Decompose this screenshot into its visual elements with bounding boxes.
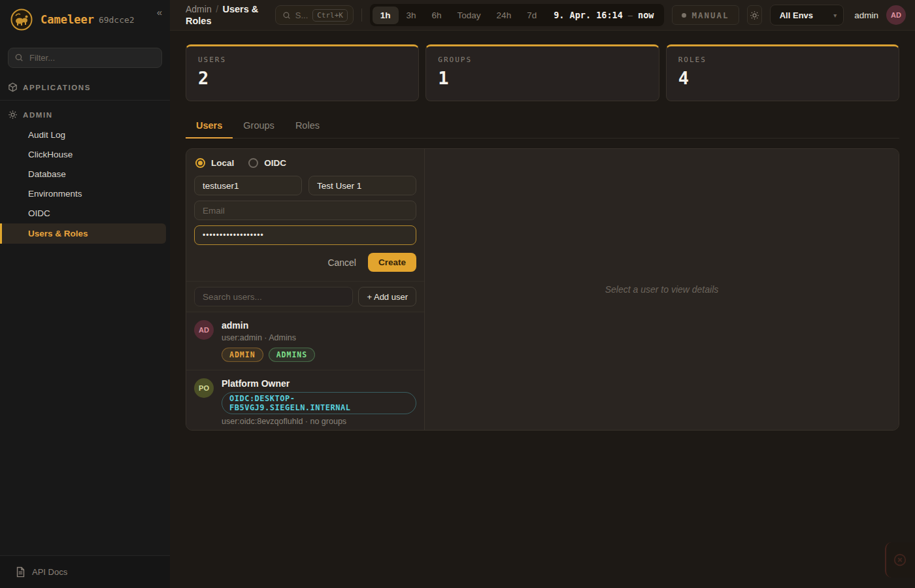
tab-bar: Users Groups Roles [186, 114, 899, 139]
radio-oidc[interactable]: OIDC [248, 158, 286, 168]
manual-label: MANUAL [691, 10, 729, 20]
gear-icon [8, 110, 18, 120]
env-selector[interactable]: All Envs ▾ [770, 5, 844, 25]
api-docs-label: API Docs [32, 567, 67, 577]
user-list-item-platform-owner[interactable]: PO Platform Owner OIDC:DESKTOP-FB5VGJ9.S… [186, 370, 424, 431]
tab-users[interactable]: Users [186, 114, 233, 138]
user-name: admin [222, 320, 416, 331]
username-field[interactable] [194, 176, 302, 195]
sidebar-item-clickhouse[interactable]: ClickHouse [0, 145, 170, 164]
user-meta: user:admin · Admins [222, 333, 416, 342]
sun-icon [750, 10, 759, 20]
section-applications[interactable]: APPLICATIONS [0, 77, 170, 97]
sidebar-item-audit-log[interactable]: Audit Log [0, 125, 170, 144]
create-button[interactable]: Create [368, 253, 416, 272]
document-icon [16, 566, 25, 578]
user-list-column: Local OIDC Cancel [186, 149, 425, 430]
stat-card-users: USERS 2 [186, 44, 419, 101]
search-shortcut: Ctrl+K [312, 9, 348, 22]
time-range-6h[interactable]: 6h [424, 7, 450, 24]
display-name-field[interactable] [308, 176, 416, 195]
sidebar-item-database[interactable]: Database [0, 165, 170, 184]
manual-refresh-button[interactable]: MANUAL [672, 5, 739, 25]
stat-value: 2 [198, 68, 407, 88]
topbar: Admin / Users & Roles S... Ctrl+K 1h 3h … [170, 0, 915, 31]
radio-selected-icon [195, 158, 205, 168]
sidebar-item-environments[interactable]: Environments [0, 184, 170, 203]
empty-state-text: Select a user to view details [605, 284, 719, 295]
user-avatar[interactable]: AD [886, 5, 906, 25]
oidc-issuer-badge: OIDC:DESKTOP-FB5VGJ9.SIEGELN.INTERNAL [222, 392, 416, 414]
sidebar-item-users-roles[interactable]: Users & Roles [0, 223, 166, 244]
env-selector-value: All Envs [780, 10, 813, 20]
collapse-sidebar-icon[interactable]: « [157, 7, 162, 18]
breadcrumb-parent[interactable]: Admin [186, 4, 212, 14]
global-search[interactable]: S... Ctrl+K [275, 5, 354, 25]
section-label: ADMIN [23, 111, 53, 119]
time-range-1h[interactable]: 1h [373, 7, 399, 24]
tab-groups[interactable]: Groups [233, 114, 285, 138]
add-user-button[interactable]: + Add user [358, 287, 416, 306]
sidebar-filter [8, 48, 162, 68]
time-from-value[interactable]: 9. Apr. 16:14 [544, 10, 628, 20]
time-range-group: 1h 3h 6h Today 24h 7d 9. Apr. 16:14 – no… [370, 4, 665, 26]
stat-card-groups: GROUPS 1 [425, 44, 659, 101]
sidebar-header: Cameleer 69dcce2 « [0, 0, 170, 37]
email-field[interactable] [194, 201, 416, 220]
theme-toggle-button[interactable] [747, 5, 762, 25]
role-badge: ADMIN [222, 348, 263, 362]
users-panel: Local OIDC Cancel [186, 148, 899, 431]
user-meta: user:oidc:8evzqofluhld · no groups [222, 417, 416, 426]
radio-oidc-label: OIDC [264, 158, 286, 168]
app-version: 69dcce2 [99, 15, 135, 25]
search-placeholder: S... [295, 10, 308, 20]
search-icon [14, 53, 24, 62]
app-title: Cameleer [41, 13, 94, 26]
stat-cards: USERS 2 GROUPS 1 ROLES 4 [186, 44, 899, 101]
user-detail-panel: Select a user to view details [425, 149, 899, 430]
stat-card-roles: ROLES 4 [666, 44, 899, 101]
user-search-row: + Add user [186, 282, 424, 312]
search-icon [282, 11, 291, 20]
create-user-form: Local OIDC Cancel [186, 149, 424, 282]
close-icon[interactable] [893, 553, 907, 567]
form-actions: Cancel Create [194, 253, 416, 272]
time-range-3h[interactable]: 3h [399, 7, 424, 24]
time-to-value[interactable]: now [633, 10, 661, 20]
time-range-7d[interactable]: 7d [519, 7, 544, 24]
password-field[interactable] [194, 225, 416, 245]
current-user-name: admin [854, 10, 878, 20]
main-content: USERS 2 GROUPS 1 ROLES 4 Users Groups Ro… [170, 31, 915, 588]
chevron-down-icon: ▾ [833, 12, 837, 19]
user-name: Platform Owner [222, 378, 416, 389]
section-label: APPLICATIONS [23, 84, 91, 91]
stat-label: ROLES [678, 56, 887, 64]
status-dot-icon [682, 13, 686, 18]
topbar-divider [361, 8, 362, 22]
cancel-button[interactable]: Cancel [327, 257, 356, 268]
group-badge: ADMINS [269, 348, 316, 362]
badge-row: ADMIN ADMINS [222, 348, 416, 362]
sidebar: Cameleer 69dcce2 « APPLICATIONS ADMIN Au… [0, 0, 170, 588]
time-range-today[interactable]: Today [450, 7, 489, 24]
app-logo-icon [10, 8, 33, 31]
breadcrumb-separator: / [216, 4, 218, 14]
filter-input[interactable] [8, 48, 162, 68]
breadcrumb: Admin / Users & Roles [186, 3, 262, 27]
cube-icon [8, 82, 18, 92]
stat-value: 1 [438, 68, 646, 88]
search-users-input[interactable] [194, 287, 353, 306]
stat-label: GROUPS [438, 56, 646, 64]
user-list-item-admin[interactable]: AD admin user:admin · Admins ADMIN ADMIN… [186, 312, 424, 370]
radio-local[interactable]: Local [195, 158, 234, 168]
stat-value: 4 [678, 68, 887, 88]
admin-nav: Audit Log ClickHouse Database Environmen… [0, 125, 170, 244]
api-docs-link[interactable]: API Docs [0, 555, 170, 588]
section-admin[interactable]: ADMIN [0, 105, 170, 125]
sidebar-item-oidc[interactable]: OIDC [0, 204, 170, 223]
avatar: PO [194, 378, 214, 398]
tab-roles[interactable]: Roles [285, 114, 330, 138]
time-range-24h[interactable]: 24h [489, 7, 520, 24]
time-separator: – [628, 10, 633, 20]
notification-toast[interactable] [885, 542, 915, 578]
